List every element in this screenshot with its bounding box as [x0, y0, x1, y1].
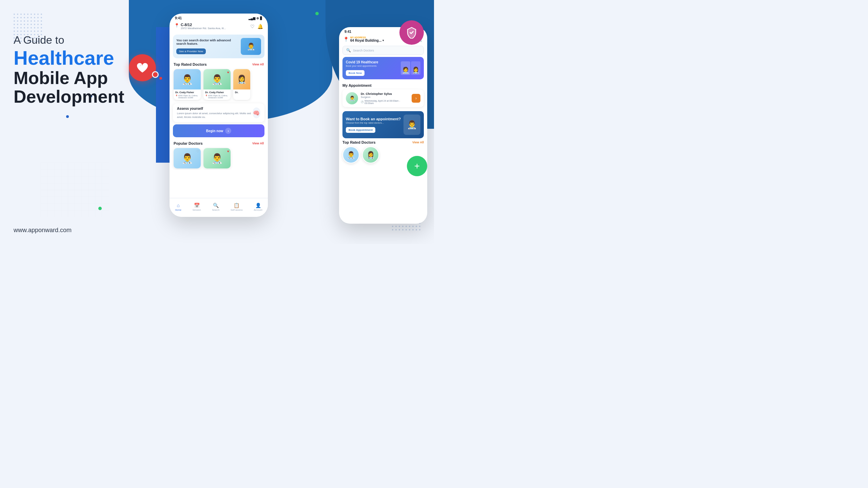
search-bar[interactable]: 🔍 Search Doctors: [342, 46, 424, 55]
address-main: C-8/12: [181, 23, 226, 27]
nav-search-label: Search: [212, 209, 219, 211]
nav-session[interactable]: 📅 Session: [193, 203, 201, 211]
book-appt-text: Want to Book an appointment? Choose from…: [346, 117, 401, 133]
doctor-info-1: Dr. Cody Fisher 📍 6391 Elgin St. Celina,…: [174, 89, 201, 100]
begin-btn-text: Begin now: [206, 129, 223, 133]
search-nav-icon: 🔍: [213, 203, 219, 208]
covid-figure-1: 🧑‍⚕️: [401, 61, 410, 75]
top-rated-header: Top Rated Doctors View All: [170, 60, 268, 68]
heart-nav-icon[interactable]: ♡: [250, 24, 255, 29]
account-icon: 👤: [255, 203, 261, 208]
popular-card-2[interactable]: 👨‍⚕️ ♥: [203, 148, 231, 168]
nav-account[interactable]: 👤 Account: [254, 203, 262, 211]
tr-doctor-1[interactable]: 👨‍⚕️: [342, 146, 359, 163]
doctor-name-2: Dr. Cody Fisher: [205, 91, 229, 94]
book-now-button[interactable]: Book Now: [346, 70, 364, 76]
search-icon: 🔍: [346, 48, 351, 53]
green-dot-bottom: [98, 207, 102, 210]
svg-point-1: [140, 65, 141, 67]
see-provider-button[interactable]: See a Provider Now: [176, 48, 206, 54]
phone2-time: 9:41: [344, 30, 351, 34]
doctor-addr-1: 📍 6391 Elgin St. Celina, Delaware 10299: [175, 95, 199, 99]
appt-arrow[interactable]: ›: [412, 94, 420, 103]
development-text: Development: [14, 88, 156, 105]
popular-img-2: 👨‍⚕️ ♥: [203, 148, 231, 168]
pin-icon-2: 📍: [205, 95, 208, 97]
assess-title: Assess yourself: [177, 107, 253, 110]
nav-session-label: Session: [193, 209, 201, 211]
heart-icon-circle: [129, 54, 156, 81]
tr-header: Top Rated Doctors View All: [342, 140, 424, 144]
banner-text-area: You can search doctor with advanced sear…: [176, 39, 238, 54]
doctor-card-3[interactable]: 👩‍⚕️ Dr.: [233, 69, 250, 100]
appt-avatar: 👨‍⚕️: [346, 92, 358, 104]
address-dropdown[interactable]: 64 Royal Building... ▾: [350, 39, 384, 42]
doctor-info-2: Dr. Cody Fisher 📍 6391 Elgin St. Celina,…: [203, 89, 231, 100]
book-appt-title: Want to Book an appointment?: [346, 117, 401, 121]
doctor-img-1: 👨‍⚕️ ♡: [174, 69, 201, 89]
nav-self-assess[interactable]: 📋 Self assess: [231, 203, 243, 211]
home-icon: ⌂: [177, 203, 179, 208]
plus-icon[interactable]: +: [407, 156, 427, 176]
book-appt-figure: 👨‍⚕️: [403, 115, 420, 135]
covid-figure-2: 👩‍⚕️: [411, 61, 420, 75]
book-appt-sub: Choose from the top rated doctors...: [346, 122, 401, 124]
appt-card[interactable]: 👨‍⚕️ Dr. Christopher Sylva Surgeon 🕐 Wed…: [342, 89, 424, 107]
assess-desc: Lorem ipsum dolor sit amet, consectetur …: [177, 112, 253, 119]
appt-title: My Appointment: [342, 83, 424, 87]
my-address-label: MY ADDRESS: [350, 36, 384, 39]
popular-view-all[interactable]: View All: [252, 142, 264, 145]
top-rated-view-all[interactable]: View All: [252, 63, 264, 66]
popular-img-1: 👨‍⚕️ ♡: [174, 148, 201, 168]
pop-fav-1[interactable]: ♡: [196, 149, 199, 153]
phone1: 9:41 ▂▄▆ ⊜ ▊ 📍 C-8/12 2972 Westheimer Rd…: [170, 14, 268, 217]
book-appointment-button[interactable]: Book Appointment: [346, 127, 375, 133]
nav-account-label: Account: [254, 209, 262, 211]
doctor-info-3: Dr.: [233, 89, 250, 95]
tr-doctor-2[interactable]: 👩‍⚕️: [362, 146, 379, 163]
appt-info: Dr. Christopher Sylva Surgeon 🕐 Wednesda…: [361, 92, 409, 104]
nav-search[interactable]: 🔍 Search: [212, 203, 219, 211]
phone1-header: 📍 C-8/12 2972 Westheimer Rd. Santa Ana, …: [170, 21, 268, 33]
appt-time-text: Wednesday, April 24 at 08:00am - 09:00am: [364, 100, 409, 104]
bell-icon[interactable]: 🔔: [257, 24, 263, 29]
phone1-header-icons: ♡ 🔔: [250, 24, 263, 29]
website-url: www.apponward.com: [14, 227, 72, 234]
doctor-card-2[interactable]: 👨‍⚕️ ♥ Dr. Cody Fisher 📍 6391 Elgin St. …: [203, 69, 231, 100]
location-pin-p2: 📍: [343, 37, 349, 42]
tr-view-all[interactable]: View All: [412, 141, 424, 144]
session-icon: 📅: [194, 203, 200, 208]
fav-icon-2[interactable]: ♥: [227, 70, 229, 74]
covid-banner: Covid 19 Healthcare Book your next appoi…: [342, 57, 424, 79]
clock-icon: 🕐: [361, 101, 364, 103]
pop-fav-2[interactable]: ♥: [227, 149, 229, 153]
assess-icon: 🧠: [253, 107, 260, 118]
phone1-bottom-nav: ⌂ Home 📅 Session 🔍 Search 📋 Self assess …: [170, 198, 268, 217]
self-assess-icon: 📋: [234, 203, 239, 208]
phone1-banner: You can search doctor with advanced sear…: [173, 35, 264, 58]
fav-icon-1[interactable]: ♡: [196, 70, 199, 74]
phones-container: 9:41 ▂▄▆ ⊜ ▊ 📍 C-8/12 2972 Westheimer Rd…: [156, 0, 434, 244]
nav-home[interactable]: ⌂ Home: [175, 203, 181, 211]
tr-title: Top Rated Doctors: [342, 140, 376, 144]
doctor-card-1[interactable]: 👨‍⚕️ ♡ Dr. Cody Fisher 📍 6391 Elgin St. …: [174, 69, 201, 100]
heart-dot: [159, 77, 162, 80]
location-info: 📍 C-8/12 2972 Westheimer Rd. Santa Ana, …: [174, 23, 226, 30]
arrow-icon: ›: [225, 128, 231, 134]
appt-time: 🕐 Wednesday, April 24 at 08:00am - 09:00…: [361, 100, 409, 104]
doctors-row: 👨‍⚕️ ♡ Dr. Cody Fisher 📍 6391 Elgin St. …: [170, 68, 268, 101]
begin-now-button[interactable]: Begin now ›: [173, 124, 264, 137]
assess-card: Assess yourself Lorem ipsum dolor sit am…: [173, 103, 264, 122]
shield-icon: [399, 20, 424, 45]
phone2-location: 📍 MY ADDRESS 64 Royal Building... ▾: [343, 36, 384, 42]
popular-card-1[interactable]: 👨‍⚕️ ♡: [174, 148, 201, 168]
nav-self-assess-label: Self assess: [231, 209, 243, 211]
covid-title: Covid 19 Healthcare: [346, 60, 378, 64]
wifi-icon: ⊜: [256, 17, 259, 20]
signal-icon: ▂▄▆: [249, 17, 255, 20]
covid-figures: 🧑‍⚕️ 👩‍⚕️: [401, 61, 420, 75]
battery-icon: ▊: [260, 17, 262, 20]
assess-text: Assess yourself Lorem ipsum dolor sit am…: [177, 107, 253, 119]
appointment-section: My Appointment 👨‍⚕️ Dr. Christopher Sylv…: [339, 81, 427, 109]
chevron-down-icon: ▾: [382, 39, 384, 42]
